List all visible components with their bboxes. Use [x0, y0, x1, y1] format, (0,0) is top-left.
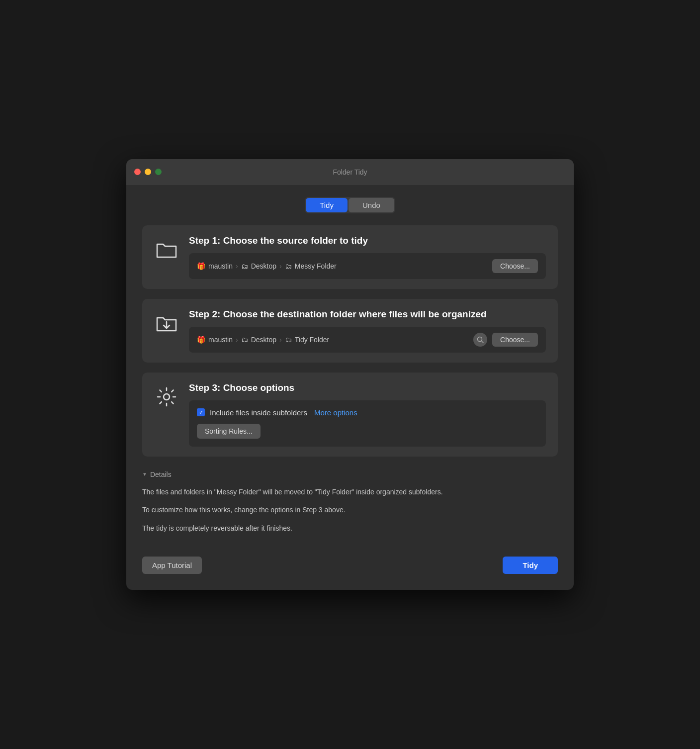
tab-undo[interactable]: Undo: [349, 198, 394, 212]
step1-body: Step 1: Choose the source folder to tidy…: [189, 235, 546, 279]
step2-actions: Choose...: [329, 333, 538, 347]
step1-path-row: 🎁 maustin › 🗂 Desktop › 🗂 Messy Folder C…: [189, 253, 546, 279]
step3-body: Step 3: Choose options ✓ Include files i…: [189, 382, 546, 447]
details-paragraph-1: The files and folders in "Messy Folder" …: [142, 486, 558, 497]
step1-desc: Choose the source folder to tidy: [223, 235, 368, 246]
step1-icon: [154, 237, 179, 262]
more-options-link[interactable]: More options: [314, 408, 357, 417]
subfolders-label: Include files inside subfolders: [210, 408, 307, 417]
tab-bar: Tidy Undo: [142, 197, 558, 213]
step1-path-folder: Messy Folder: [295, 262, 337, 270]
step1-emoji-3: 🗂: [285, 262, 292, 270]
search-icon[interactable]: [473, 333, 487, 347]
step2-breadcrumb: 🎁 maustin › 🗂 Desktop › 🗂 Tidy Folder: [197, 336, 329, 344]
main-content: Tidy Undo Step 1: Choose the source fold…: [126, 185, 574, 590]
step1-path-user: maustin: [208, 262, 233, 270]
tutorial-button[interactable]: App Tutorial: [142, 557, 202, 574]
step2-path-user: maustin: [208, 336, 233, 344]
step2-label: Step 2:: [189, 309, 220, 319]
tidy-button[interactable]: Tidy: [503, 557, 558, 574]
step2-choose-button[interactable]: Choose...: [492, 333, 538, 347]
details-header-label: Details: [150, 470, 172, 478]
titlebar: Folder Tidy: [126, 159, 574, 185]
step1-title: Step 1: Choose the source folder to tidy: [189, 235, 546, 246]
step2-title: Step 2: Choose the destination folder wh…: [189, 309, 546, 320]
details-header[interactable]: ▼ Details: [142, 470, 558, 478]
step3-title: Step 3: Choose options: [189, 382, 546, 393]
app-window: Folder Tidy Tidy Undo Step 1: Choose the…: [126, 159, 574, 590]
step2-icon: [154, 311, 179, 336]
subfolders-checkbox[interactable]: ✓: [197, 408, 205, 416]
step1-emoji-1: 🎁: [197, 262, 205, 270]
svg-point-2: [164, 394, 170, 400]
step2-path-row: 🎁 maustin › 🗂 Desktop › 🗂 Tidy Folder: [189, 327, 546, 353]
tab-tidy[interactable]: Tidy: [306, 198, 348, 212]
subfolders-row: ✓ Include files inside subfolders More o…: [197, 408, 538, 417]
details-paragraph-2: To customize how this works, change the …: [142, 504, 558, 515]
step2-card: Step 2: Choose the destination folder wh…: [142, 299, 558, 363]
step1-breadcrumb: 🎁 maustin › 🗂 Desktop › 🗂 Messy Folder: [197, 262, 337, 270]
footer: App Tutorial Tidy: [142, 549, 558, 574]
step2-emoji-3: 🗂: [285, 336, 292, 344]
step1-label: Step 1:: [189, 235, 220, 246]
step1-emoji-2: 🗂: [241, 262, 248, 270]
step1-path-desktop: Desktop: [251, 262, 276, 270]
step1-card: Step 1: Choose the source folder to tidy…: [142, 225, 558, 289]
minimize-button[interactable]: [145, 169, 151, 175]
step3-card: Step 3: Choose options ✓ Include files i…: [142, 373, 558, 457]
step3-options: ✓ Include files inside subfolders More o…: [189, 400, 546, 447]
step2-emoji-1: 🎁: [197, 336, 205, 344]
details-section: ▼ Details The files and folders in "Mess…: [142, 467, 558, 549]
step2-path-desktop: Desktop: [251, 336, 276, 344]
step1-choose-button[interactable]: Choose...: [492, 259, 538, 273]
close-button[interactable]: [134, 169, 141, 175]
step3-label: Step 3:: [189, 382, 220, 393]
details-paragraph-3: The tidy is completely reversable after …: [142, 523, 558, 534]
step2-emoji-2: 🗂: [241, 336, 248, 344]
step3-desc: Choose options: [223, 382, 295, 393]
details-triangle-icon: ▼: [142, 471, 147, 477]
maximize-button[interactable]: [155, 169, 162, 175]
step3-icon: [154, 384, 179, 409]
step2-body: Step 2: Choose the destination folder wh…: [189, 309, 546, 353]
traffic-lights: [134, 169, 162, 175]
sorting-rules-button[interactable]: Sorting Rules...: [197, 424, 261, 439]
step2-desc: Choose the destination folder where file…: [223, 309, 487, 319]
step2-path-folder: Tidy Folder: [295, 336, 330, 344]
window-title: Folder Tidy: [333, 168, 367, 176]
svg-line-1: [482, 341, 484, 343]
tab-group: Tidy Undo: [305, 197, 395, 213]
